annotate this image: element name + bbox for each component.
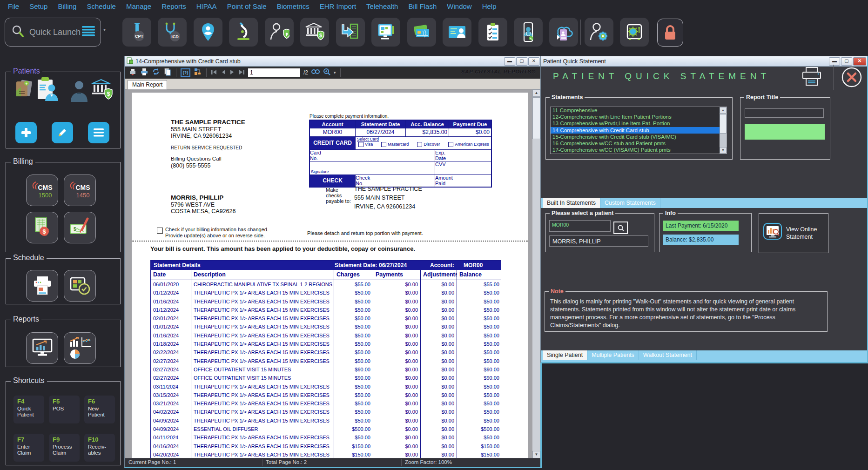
menu-item[interactable]: Manage (121, 2, 156, 10)
scroll-up-icon[interactable]: ▲ (720, 107, 727, 114)
pqs-maximize-button[interactable]: ▢ (841, 57, 852, 66)
icd-codes-button[interactable]: ICD (158, 18, 187, 47)
shortcut-button[interactable]: F7 Enter Claim (13, 434, 44, 462)
lab-microscope-button[interactable] (229, 18, 258, 47)
statement-type-tab[interactable]: Custom Statements (600, 198, 660, 208)
menu-item[interactable]: File (3, 2, 24, 10)
menu-item[interactable]: Reports (156, 2, 191, 10)
view-online-statement-button[interactable]: View Online Statement (759, 213, 828, 253)
maximize-button[interactable]: ▢ (516, 57, 527, 66)
appointment-review-button[interactable] (64, 270, 96, 302)
zoom-icon[interactable] (323, 68, 330, 77)
print-statement-icon[interactable] (801, 67, 823, 89)
card-payments-button[interactable] (407, 18, 436, 47)
statement-list-item[interactable]: 14-Comprehensive with Credit Card stub (551, 127, 727, 134)
menu-item[interactable]: Bill Flash (403, 2, 442, 10)
scroll-thumb[interactable] (720, 114, 727, 134)
statement-list-item[interactable]: 16-Comprehensive w/CC stub and Patient p… (551, 140, 727, 147)
patient-account-input[interactable]: MOR00 (549, 220, 611, 232)
minimize-button[interactable]: ▬ (504, 57, 515, 66)
patient-id-card-button[interactable] (443, 18, 471, 47)
vault-button[interactable] (620, 18, 649, 47)
patient-mode-tab[interactable]: Walkout Statement (639, 350, 697, 360)
patient-chart-icon[interactable] (35, 76, 61, 106)
close-statement-icon[interactable] (841, 67, 862, 89)
shortcut-button[interactable]: F6 New Patient (84, 396, 115, 423)
pqs-minimize-button[interactable]: ▬ (829, 57, 840, 66)
patient-icon[interactable] (68, 80, 90, 105)
zoom-caret-icon[interactable]: ▾ (334, 70, 336, 75)
first-page-icon[interactable] (211, 68, 217, 77)
hamburger-icon[interactable] (82, 26, 95, 39)
patient-list-button[interactable] (88, 122, 109, 143)
check-in-button[interactable] (336, 18, 365, 47)
menu-item[interactable]: Telehealth (361, 2, 403, 10)
statement-list-item[interactable]: 11-Comprehensive (551, 107, 727, 114)
print-icon[interactable] (140, 67, 148, 78)
task-list-button[interactable] (478, 18, 507, 47)
scroll-down-icon[interactable]: ▼ (532, 451, 540, 458)
cms-1450-button[interactable]: CMS1450 (64, 175, 96, 206)
patient-security-button[interactable] (265, 18, 294, 47)
report-viewer-button[interactable] (26, 332, 58, 364)
page-number-input[interactable] (248, 68, 300, 77)
statement-list-item[interactable]: 15-Comprehensive with Credit Card stub (… (551, 134, 727, 140)
cloud-ehr-button[interactable] (549, 18, 578, 47)
patient-search-button[interactable] (613, 222, 628, 234)
telehealth-button[interactable] (514, 18, 543, 47)
menu-item[interactable]: Help (477, 2, 502, 10)
menu-item[interactable]: Biometrics (272, 2, 315, 10)
add-patient-button[interactable] (15, 122, 37, 143)
menu-item[interactable]: Billing (53, 2, 81, 10)
pqs-close-button[interactable]: ✕ (853, 57, 866, 66)
lock-button[interactable] (657, 19, 683, 47)
shortcut-button[interactable]: F9 Process Claim (49, 434, 80, 462)
menu-item[interactable]: Point of Sale (222, 2, 272, 10)
main-report-tab[interactable]: Main Report (128, 80, 167, 89)
menu-item[interactable]: Schedule (81, 2, 121, 10)
shortcut-button[interactable]: F10 Receiv- ables (84, 434, 115, 462)
report-center-button[interactable] (64, 332, 96, 364)
cms-1500-button[interactable]: CMS1500 (26, 175, 58, 206)
kiosk-button[interactable] (371, 18, 400, 47)
refresh-icon[interactable] (152, 67, 160, 78)
print-schedule-button[interactable] (26, 270, 58, 302)
statements-list[interactable]: 11-Comprehensive12-Comprehensive with Li… (550, 107, 727, 154)
menu-item[interactable]: HIPAA (191, 2, 222, 10)
menu-item[interactable]: Window (442, 2, 477, 10)
statement-list-item[interactable]: 12-Comprehensive with Line Item Patient … (551, 114, 727, 120)
statement-list-item[interactable]: 13-Comprehensive w/Prvdr,Line Item Pat. … (551, 120, 727, 127)
scroll-up-icon[interactable]: ▲ (532, 89, 540, 97)
menu-item[interactable]: EHR Import (315, 2, 361, 10)
patient-locator-button[interactable] (194, 18, 222, 47)
scroll-down-icon[interactable]: ▼ (720, 147, 727, 154)
help-icon[interactable]: (?) (181, 68, 190, 77)
prev-page-icon[interactable] (221, 68, 226, 77)
check-writer-button[interactable]: $ (64, 212, 96, 243)
scroll-thumb[interactable] (532, 97, 540, 139)
patient-name-field[interactable]: MORRIS, PHILLIP (549, 235, 648, 247)
statement-type-tab[interactable]: Built In Statements (543, 198, 600, 208)
statement-list-item[interactable]: 17-Comprehensive w/CC (VISA/MC) Patient … (551, 147, 727, 153)
find-icon[interactable] (311, 68, 320, 77)
edit-patient-button[interactable] (52, 122, 73, 143)
patient-mode-tab[interactable]: Multiple Patients (587, 350, 639, 360)
patient-accounts-icon[interactable]: $ (90, 79, 114, 105)
quick-launch-box[interactable]: Quick Launch (5, 18, 101, 47)
copy-icon[interactable] (163, 67, 172, 78)
next-page-icon[interactable] (229, 68, 235, 77)
shortcut-button[interactable]: F5 POS (49, 396, 80, 423)
report-window-titlebar[interactable]: 14-Comprehensive with Credit Card stub ▬… (125, 56, 540, 67)
cpt-codes-button[interactable]: CPT (122, 18, 151, 47)
patient-mode-tab[interactable]: Single Patient (543, 350, 587, 360)
menu-item[interactable]: Setup (24, 2, 53, 10)
quick-launch-caret-icon[interactable]: ▾ (103, 27, 106, 32)
report-title-input[interactable] (745, 108, 824, 118)
statements-scrollbar[interactable]: ▲ ▼ (720, 107, 727, 154)
patient-cards-icon[interactable]: + (13, 79, 35, 106)
vertical-scrollbar[interactable]: ▲ ▼ (532, 89, 540, 458)
statement-processing-button[interactable]: $ (26, 212, 58, 243)
user-settings-button[interactable] (585, 18, 613, 47)
close-button[interactable]: ✕ (528, 57, 539, 66)
pqs-titlebar[interactable]: Patient Quick Statement ▬ ▢ ✕ (541, 56, 867, 67)
